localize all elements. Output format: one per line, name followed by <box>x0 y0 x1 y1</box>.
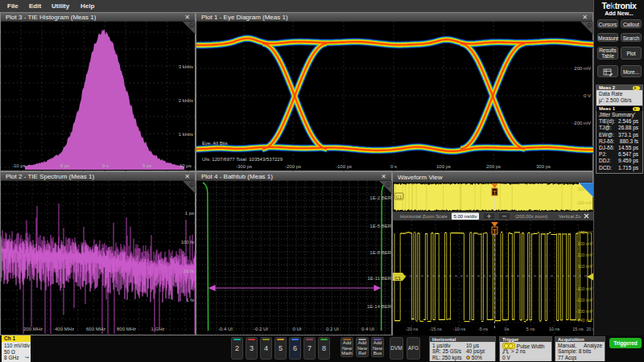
svg-text:-0.4 UI: -0.4 UI <box>218 327 233 331</box>
svg-text:300 ps: 300 ps <box>536 164 551 169</box>
svg-text:0s: 0s <box>505 327 510 331</box>
svg-text:1E-14 BER: 1E-14 BER <box>367 304 392 309</box>
svg-text:110 mV: 110 mV <box>578 264 593 269</box>
svg-text:1 fs: 1 fs <box>186 298 194 302</box>
svg-text:-110 mV: -110 mV <box>576 286 592 291</box>
svg-text:800 MHz: 800 MHz <box>117 327 136 331</box>
svg-text:-5 ns: -5 ns <box>478 327 488 331</box>
svg-text:400 MHz: 400 MHz <box>55 327 74 331</box>
svg-text:10 ns: 10 ns <box>549 327 560 331</box>
svg-text:-15 ns: -15 ns <box>429 327 442 331</box>
svg-text:100 ps: 100 ps <box>436 164 451 169</box>
svg-text:1 kHits: 1 kHits <box>179 132 193 137</box>
svg-text:-10 ns: -10 ns <box>453 327 466 331</box>
svg-text:-440 mV: -440 mV <box>576 318 593 323</box>
svg-text:Horizontal Zoom Scale: Horizontal Zoom Scale <box>400 214 448 219</box>
svg-text:-200 ps: -200 ps <box>285 164 301 169</box>
svg-text:1 GHz: 1 GHz <box>151 327 164 331</box>
svg-text:-220 mV: -220 mV <box>576 200 592 205</box>
svg-text:600 MHz: 600 MHz <box>86 327 105 331</box>
svg-text:2 kHits: 2 kHits <box>179 98 193 103</box>
svg-text:5 ps: 5 ps <box>142 163 151 168</box>
svg-text:-220 mV: -220 mV <box>576 298 593 302</box>
svg-text:(200.00x zoom): (200.00x zoom) <box>515 214 547 219</box>
svg-text:-300 ps: -300 ps <box>236 164 252 169</box>
svg-text:10 fs: 10 fs <box>184 269 194 274</box>
svg-text:-10 ps: -10 ps <box>12 163 26 168</box>
svg-text:-5 ps: -5 ps <box>59 163 69 168</box>
svg-text:-20 ns: -20 ns <box>406 327 419 331</box>
svg-text:1 ps: 1 ps <box>185 211 194 216</box>
svg-text:1E-8 BER: 1E-8 BER <box>369 250 391 255</box>
svg-text:1E-11 BER: 1E-11 BER <box>367 276 391 281</box>
svg-text:0 V: 0 V <box>584 93 591 98</box>
svg-text:200 ps: 200 ps <box>486 164 501 169</box>
svg-text:0.4 UI: 0.4 UI <box>361 327 374 331</box>
svg-text:-330 mV: -330 mV <box>576 309 593 314</box>
svg-text:0 UI: 0 UI <box>292 327 301 331</box>
svg-text:Eye: All Bits: Eye: All Bits <box>202 141 228 146</box>
svg-text:3 kHits: 3 kHits <box>179 64 193 69</box>
svg-text:15 ns: 15 ns <box>572 327 584 331</box>
svg-text:1E-5 BER: 1E-5 BER <box>369 224 391 228</box>
svg-text:C1: C1 <box>396 195 402 200</box>
svg-text:200 mV: 200 mV <box>574 66 591 71</box>
svg-text:1E-2 BER: 1E-2 BER <box>369 195 391 200</box>
svg-text:200 MHz: 200 MHz <box>23 327 43 331</box>
svg-text:0 s: 0 s <box>102 163 109 168</box>
svg-text:T: T <box>493 228 497 234</box>
svg-text:100 fs: 100 fs <box>181 240 194 245</box>
svg-text:UIs: 1207/6977 Total:: UIs: 1207/6977 Total: 103543/537229 <box>202 157 283 162</box>
svg-text:0 s: 0 s <box>390 164 397 169</box>
svg-text:440 mV: 440 mV <box>577 230 592 235</box>
svg-text:C1: C1 <box>394 276 401 281</box>
svg-text:T: T <box>493 190 497 195</box>
svg-text:330 mV: 330 mV <box>577 241 592 246</box>
svg-text:5.00 ns/div: 5.00 ns/div <box>453 214 477 219</box>
svg-text:-100 ps: -100 ps <box>336 164 352 169</box>
svg-text:220 mV: 220 mV <box>577 253 592 257</box>
svg-text:10 ps: 10 ps <box>180 163 192 168</box>
svg-text:-0.2 UI: -0.2 UI <box>254 327 268 331</box>
svg-text:5 ns: 5 ns <box>526 327 535 331</box>
svg-text:0.2 UI: 0.2 UI <box>326 327 339 331</box>
svg-text:Vertical Zo: Vertical Zo <box>559 214 580 219</box>
svg-text:-200 mV: -200 mV <box>572 121 591 125</box>
